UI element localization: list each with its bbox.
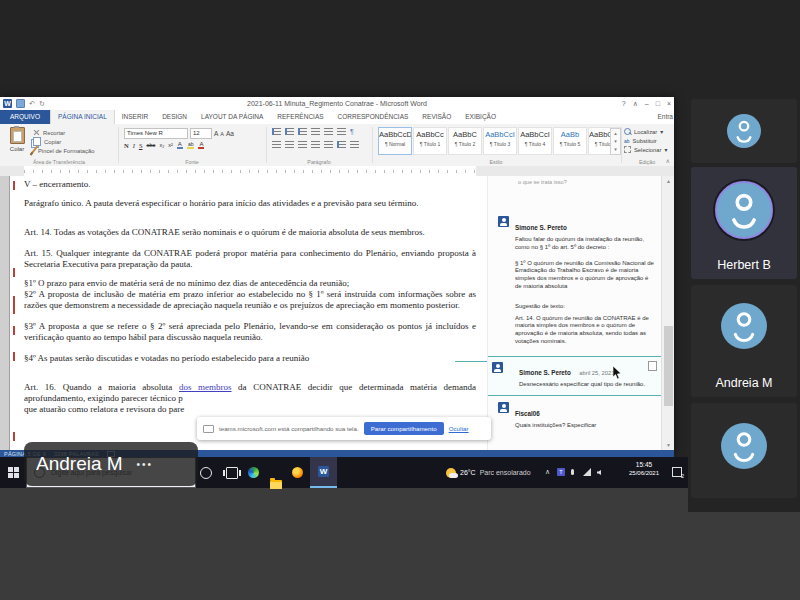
participant-name: Herbert B [691,258,797,272]
window-title: 2021-06-11 Minuta_Regimento Conatrae - M… [0,97,674,110]
highlight-button[interactable]: ab [187,141,195,149]
font-group-label: Fonte [118,159,266,165]
participant-tile[interactable] [691,99,797,163]
tab-pagina-inicial[interactable]: PÁGINA INICIAL [50,110,115,124]
numbered-list-icon[interactable] [285,128,294,135]
comment-avatar-icon [498,402,509,413]
close-button[interactable]: × [667,100,671,107]
font-family-select[interactable]: Times New R [124,128,188,139]
style-titulo-5[interactable]: AaBb¶ Título 5 [553,127,587,155]
vertical-scrollbar[interactable]: ▲ ▼ [661,176,674,450]
scroll-up-arrow[interactable]: ▲ [662,176,674,186]
font-size-select[interactable]: 12 [190,128,212,139]
minimize-button[interactable]: – [645,100,649,107]
tray-overflow-chevron[interactable]: ∧ [545,468,550,476]
strikethrough-button[interactable]: abc [147,142,156,148]
style-titulo-4[interactable]: AaBbCcI¶ Título 4 [518,127,552,155]
superscript-button[interactable]: x² [168,142,173,148]
multilevel-list-icon[interactable] [298,128,307,135]
align-left-icon[interactable] [272,141,281,148]
cortana-button[interactable] [200,467,212,479]
weather-widget[interactable]: 26°C Parc ensolarado [446,457,531,488]
more-options-icon[interactable]: ••• [137,459,154,470]
italic-button[interactable]: I [133,142,135,149]
scrollbar-thumb[interactable] [664,326,673,406]
format-painter-button[interactable]: Pincel de Formatação [33,146,94,155]
volume-tray-icon[interactable] [597,470,601,475]
tab-layout-da-pagina[interactable]: LAYOUT DA PÁGINA [194,110,270,124]
align-right-icon[interactable] [298,141,307,148]
decrease-indent-icon[interactable] [311,128,320,135]
styles-group-label: Estilo [372,159,620,165]
participant-tile[interactable]: Andreia M [691,285,797,397]
style-normal[interactable]: AaBbCcDc¶ Normal [378,127,412,155]
shading-icon[interactable] [337,141,346,148]
ribbon-options-button[interactable]: ∧ [633,100,638,108]
signin-label[interactable]: Entra [657,110,674,124]
action-center-icon[interactable]: 2 [672,467,682,477]
word-taskbar-icon[interactable]: W [310,457,337,488]
participant-tile-speaking[interactable]: Herbert B [691,167,797,279]
presenter-name-pill[interactable]: Andreia M ••• [24,442,198,486]
tab-arquivo[interactable]: ARQUIVO [0,110,50,124]
tab-correspondencias[interactable]: CORRESPONDÊNCIAS [331,110,416,124]
help-button[interactable]: ? [622,100,626,107]
tab-revisao[interactable]: REVISÃO [415,110,458,124]
shrink-font-button[interactable]: A [220,131,224,137]
bold-button[interactable]: N [124,142,129,149]
replace-button[interactable]: abSubstituir [624,136,667,145]
hide-link[interactable]: Ocultar [449,425,469,432]
grow-font-button[interactable]: A [214,130,218,137]
start-button[interactable] [8,467,19,478]
edge-browser-icon[interactable] [248,467,259,478]
microphone-tray-icon[interactable] [571,469,574,475]
cut-button[interactable]: Recortar [33,128,94,137]
tab-inserir[interactable]: INSERIR [115,110,155,124]
styles-gallery: AaBbCcDc¶ Normal AaBbCc¶ Título 1 AaBbC¶… [378,127,622,155]
page-left-margin [0,176,10,450]
subscript-button[interactable]: x₂ [159,142,164,148]
paragraph: Art. 14. Todas as votações da CONATRAE s… [24,227,476,238]
comment-reply-icon[interactable] [648,361,657,371]
collapse-ribbon-icon[interactable]: ∧ [666,157,670,164]
comment-item-selected[interactable]: Simone S. Pereto abril 25, 2021 Desneces… [488,356,662,396]
firefox-icon[interactable] [292,467,303,478]
paragraph-art16-tail: que atuarão como relatora e revisora do … [24,404,476,415]
file-explorer-icon[interactable] [270,480,282,489]
tab-referencias[interactable]: REFERÊNCIAS [270,110,330,124]
teams-tray-icon[interactable]: T [557,468,565,476]
style-titulo-1[interactable]: AaBbCc¶ Título 1 [413,127,447,155]
comment-item[interactable]: Fiscal06 Quais instituições? Especificar [498,402,656,430]
tab-exibicao[interactable]: EXIBIÇÃO [458,110,503,124]
underline-button[interactable]: S [139,142,143,149]
bullet-list-icon[interactable] [272,128,281,135]
style-titulo-3[interactable]: AaBbCcI¶ Título 3 [483,127,517,155]
select-button[interactable]: Selecionar▾ [624,145,667,154]
text-effects-button[interactable]: A [177,141,183,149]
pilcrow-icon[interactable]: ¶ [350,128,354,135]
change-case-button[interactable]: Aa [226,130,234,137]
copy-button[interactable]: Copiar [33,137,94,146]
comment-item[interactable]: Simone S. Pereto Faltou falar do quórum … [498,216,656,346]
network-tray-icon[interactable] [583,468,591,476]
document-area: V – encerramento. Parágrafo único. A pau… [0,176,674,450]
borders-icon[interactable] [350,141,359,148]
paste-button[interactable]: Colar [5,127,29,161]
justify-icon[interactable] [311,141,320,148]
font-color-button[interactable]: A [198,141,204,149]
find-button[interactable]: Localizar▾ [624,127,667,136]
taskbar-clock[interactable]: 15:45 25/06/2021 [620,461,668,477]
document-text[interactable]: V – encerramento. Parágrafo único. A pau… [24,179,476,425]
tab-design[interactable]: DESIGN [155,110,194,124]
restore-button[interactable]: □ [656,100,660,107]
line-spacing-icon[interactable] [324,141,333,148]
styles-gallery-scroll[interactable]: ▴▾▾ [610,128,621,155]
style-titulo-2[interactable]: AaBbC¶ Título 2 [448,127,482,155]
participant-tile[interactable] [691,403,797,498]
stop-sharing-button[interactable]: Parar compartilhamento [364,422,444,435]
sort-icon[interactable] [337,128,346,135]
align-center-icon[interactable] [285,141,294,148]
task-view-button[interactable] [226,467,238,479]
scroll-down-arrow[interactable]: ▼ [662,440,674,450]
increase-indent-icon[interactable] [324,128,333,135]
